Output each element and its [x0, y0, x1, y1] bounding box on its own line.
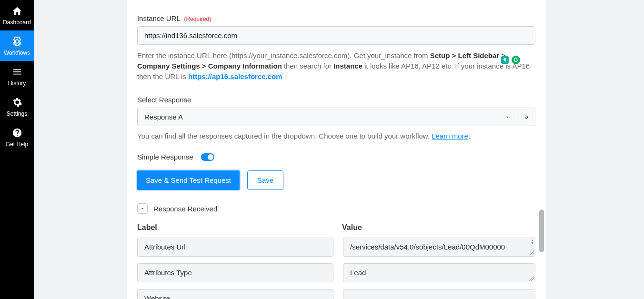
gear-icon	[12, 97, 22, 108]
column-header-value: Value	[342, 223, 535, 232]
table-row: Attributes Url /services/data/v54.0/sobj…	[137, 238, 535, 257]
response-value-cell[interactable]	[343, 289, 535, 299]
instance-url-label: Instance URL (Required)	[137, 14, 535, 22]
learn-more-link[interactable]: Learn more	[432, 132, 468, 140]
refresh-icon	[523, 114, 529, 120]
simple-response-label: Simple Response	[137, 153, 193, 161]
response-table: Label Value Attributes Url /services/dat…	[137, 223, 535, 299]
spinner-icon[interactable]: ▲▼	[531, 239, 534, 245]
sidebar-item-settings[interactable]: Settings	[0, 91, 34, 122]
instance-url-input[interactable]	[137, 26, 535, 45]
response-value-text: /services/data/v54.0/sobjects/Lead/00QdM…	[350, 243, 505, 251]
select-response-row: Response A	[137, 108, 535, 126]
required-badge: (Required)	[184, 16, 211, 22]
table-row: Website	[137, 289, 535, 299]
help-text-part: You can find all the responses captured …	[137, 132, 432, 140]
sidebar-item-get-help[interactable]: Get Help	[0, 122, 34, 152]
table-row: Attributes Type Lead	[137, 263, 535, 282]
instance-url-label-text: Instance URL	[137, 14, 180, 22]
chevron-down-icon	[140, 206, 145, 211]
response-label-cell[interactable]: Attributes Url	[137, 238, 333, 257]
scrollbar[interactable]	[539, 209, 544, 252]
help-text-part: Enter the instance URL here (https://you…	[137, 51, 430, 60]
workflow-icon	[12, 36, 22, 47]
instance-url-help: Enter the instance URL here (https://you…	[137, 50, 535, 81]
select-response-help: You can find all the responses captured …	[137, 131, 535, 141]
refresh-button[interactable]	[517, 108, 535, 126]
column-header-label: Label	[137, 223, 342, 232]
response-received-title: Response Received	[153, 205, 217, 213]
input-icon-group: G	[501, 56, 520, 64]
sidebar-item-label: Get Help	[6, 141, 28, 148]
select-response-value: Response A	[144, 113, 183, 121]
sidebar-item-label: Dashboard	[3, 19, 31, 26]
help-text-part: then search for	[284, 62, 333, 70]
select-response-dropdown[interactable]: Response A	[137, 108, 517, 126]
home-icon	[12, 6, 22, 16]
response-label-cell[interactable]: Website	[137, 289, 333, 299]
sidebar-item-workflows[interactable]: Workflows	[0, 30, 34, 61]
select-response-label: Select Response	[137, 96, 535, 104]
response-label-cell[interactable]: Attributes Type	[137, 263, 333, 282]
sidebar-item-label: Workflows	[4, 50, 30, 56]
sidebar-item-label: History	[8, 80, 26, 87]
sidebar-item-history[interactable]: History	[0, 61, 34, 91]
response-value-cell[interactable]: /services/data/v54.0/sobjects/Lead/00QdM…	[343, 238, 535, 257]
action-buttons: Save & Send Test Request Save	[137, 170, 535, 190]
response-received-header: Response Received	[137, 203, 535, 214]
form-panel: Instance URL (Required) G Enter the inst…	[127, 0, 546, 299]
simple-response-toggle[interactable]	[201, 153, 214, 161]
instance-url-field-wrap: G	[137, 26, 535, 45]
help-text-link[interactable]: https://ap16.salesforce.com	[188, 72, 282, 80]
response-value-cell[interactable]: Lead	[343, 263, 535, 282]
sidebar-item-dashboard[interactable]: Dashboard	[0, 0, 34, 30]
grammarly-icon[interactable]: G	[512, 56, 520, 64]
response-header-row: Label Value	[137, 223, 535, 238]
help-text-bold: Instance	[333, 62, 362, 70]
simple-response-row: Simple Response	[137, 153, 535, 161]
response-collapse-toggle[interactable]	[137, 203, 148, 214]
sidebar: Dashboard Workflows History Settings Get…	[0, 0, 34, 299]
main-content: Instance URL (Required) G Enter the inst…	[34, 0, 644, 299]
help-text-part: .	[468, 132, 470, 140]
chevron-down-icon	[504, 114, 510, 120]
save-button[interactable]: Save	[247, 170, 283, 190]
help-icon	[12, 128, 22, 138]
save-send-test-button[interactable]: Save & Send Test Request	[137, 170, 240, 190]
sidebar-item-label: Settings	[7, 110, 27, 117]
assistant-icon[interactable]	[501, 56, 509, 64]
history-icon	[12, 67, 22, 77]
